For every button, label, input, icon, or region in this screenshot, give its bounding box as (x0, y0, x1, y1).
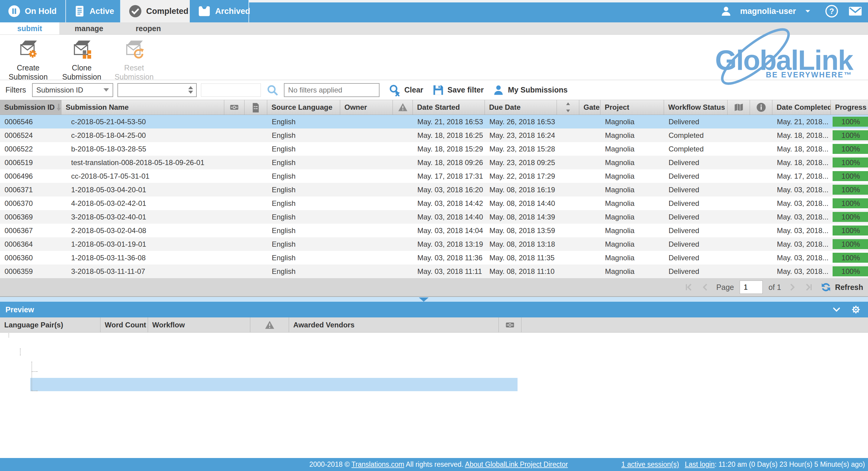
table-row[interactable]: 0006519test-translation-008-2018-05-18-0… (0, 156, 868, 169)
cell-owner (340, 142, 393, 156)
column-header-icon[interactable] (750, 100, 772, 114)
column-header-date_completed[interactable]: Date Completed (772, 100, 831, 114)
table-row[interactable]: 00063693-2018-05-03-02-40-01EnglishMay. … (0, 210, 868, 224)
about-link[interactable]: About GlobalLink Project Director (465, 461, 568, 468)
top-tab-bar: On HoldActiveCompletedArchived magnolia-… (0, 0, 868, 22)
subtab-manage[interactable]: manage (59, 22, 119, 34)
search-icon[interactable] (266, 83, 279, 97)
my-submissions-button[interactable]: My Submissions (492, 84, 567, 96)
preview-column-icon[interactable] (499, 317, 522, 332)
table-row[interactable]: 0006522b-2018-05-18-03-28-55EnglishMay. … (0, 142, 868, 156)
column-header-name[interactable]: Submission Name (61, 100, 224, 114)
applied-filters-input[interactable] (284, 83, 379, 97)
page-number-input[interactable] (740, 281, 763, 294)
column-header-date_started[interactable]: Date Started (413, 100, 485, 114)
preview-column-word-count[interactable]: Word Count (100, 317, 148, 332)
filter-field-select[interactable]: Submission ID (32, 83, 113, 97)
column-header-icon[interactable] (727, 100, 750, 114)
tab-archived[interactable]: Archived (190, 0, 249, 22)
cell-source_language: English (267, 224, 340, 237)
splitter-collapse-icon[interactable] (419, 298, 429, 302)
panel-splitter[interactable] (0, 297, 868, 302)
column-header-progress[interactable]: Progress Bar (831, 100, 868, 114)
table-row[interactable]: 00063641-2018-05-03-01-19-01EnglishMay. … (0, 237, 868, 251)
table-row[interactable]: 0006524c-2018-05-18-04-25-00EnglishMay. … (0, 129, 868, 142)
tab-completed[interactable]: Completed (121, 0, 190, 22)
last-login-link[interactable]: Last login (685, 461, 715, 468)
table-row[interactable]: 00063601-2018-05-03-11-36-08EnglishMay. … (0, 251, 868, 265)
progress-value: 100% (833, 131, 868, 140)
table-row[interactable]: 0006496cc-2018-05-17-05-31-01EnglishMay.… (0, 169, 868, 183)
cell-gate (579, 224, 600, 237)
column-header-gate[interactable]: Gate (579, 100, 600, 114)
cell-icon (557, 197, 579, 210)
cell-project: Magnolia (600, 251, 664, 265)
cell-icon (393, 237, 413, 251)
gear-icon[interactable] (851, 305, 861, 314)
create-submission-button[interactable]: CreateSubmission (5, 38, 51, 81)
preview-column-awarded-vendors[interactable]: Awarded Vendors (289, 317, 499, 332)
subtab-submit[interactable]: submit (0, 22, 59, 34)
preview-tree-row[interactable] (0, 338, 868, 351)
help-icon[interactable]: ? (825, 4, 838, 18)
cell-name: 1-2018-05-03-11-36-08 (61, 251, 224, 265)
column-header-project[interactable]: Project (600, 100, 664, 114)
tree-connector (31, 362, 32, 391)
column-header-icon[interactable] (245, 100, 267, 114)
clear-filters-button[interactable]: Clear (388, 83, 424, 97)
table-row[interactable]: 00063711-2018-05-03-04-20-01EnglishMay. … (0, 183, 868, 197)
page-next-icon[interactable] (787, 282, 798, 292)
preview-tree-row[interactable] (0, 351, 868, 365)
translations-link[interactable]: Translations.com (351, 461, 404, 468)
column-header-icon[interactable] (224, 100, 245, 114)
mail-icon[interactable] (848, 5, 863, 17)
cell-progress: 100% (831, 156, 868, 169)
tab-on-hold[interactable]: On Hold (0, 0, 66, 22)
cell-icon (557, 237, 579, 251)
table-row[interactable]: 00063593-2018-05-03-11-11-07EnglishMay. … (0, 265, 868, 278)
page-prev-icon[interactable] (700, 282, 710, 292)
cell-icon (224, 265, 245, 278)
cell-icon (557, 156, 579, 169)
preview-column-workflow[interactable]: Workflow (148, 317, 250, 332)
column-header-owner[interactable]: Owner (340, 100, 393, 114)
preview-tree-row[interactable] (0, 365, 868, 378)
progress-value: 100% (833, 227, 868, 235)
subtab-reopen[interactable]: reopen (119, 22, 178, 34)
table-row[interactable]: 0006546c-2018-05-21-04-53-50EnglishMay. … (0, 115, 868, 129)
filter-value-spinner[interactable] (117, 83, 197, 97)
cell-workflow_status: Delivered (664, 197, 727, 210)
refresh-button[interactable]: Refresh (820, 281, 863, 293)
chevron-down-icon[interactable] (804, 7, 812, 15)
column-header-source_language[interactable]: Source Language (267, 100, 340, 114)
column-header-workflow_status[interactable]: Workflow Status (664, 100, 727, 114)
active-sessions-link[interactable]: 1 active session(s) (621, 461, 679, 468)
preview-column-icon[interactable] (250, 317, 289, 332)
spinner-arrows-icon[interactable] (188, 84, 193, 96)
cell-icon (245, 129, 267, 142)
page-first-icon[interactable] (684, 282, 694, 292)
create-submission-label: Create (5, 63, 51, 72)
preview-column-language-pair-s-[interactable]: Language Pair(s) (0, 317, 100, 332)
user-menu[interactable]: magnolia-user (740, 7, 796, 16)
column-header-due_date[interactable]: Due Date (485, 100, 557, 114)
cell-icon (750, 265, 772, 278)
cell-workflow_status: Delivered (664, 210, 727, 224)
preview-tree-row[interactable] (0, 378, 868, 391)
cell-project: Magnolia (600, 210, 664, 224)
filter-value-input[interactable] (201, 83, 261, 97)
column-header-icon[interactable] (393, 100, 413, 114)
cell-icon (727, 224, 750, 237)
cell-icon (727, 237, 750, 251)
table-row[interactable]: 00063704-2018-05-03-02-42-01EnglishMay. … (0, 197, 868, 210)
column-header-icon[interactable] (557, 100, 579, 114)
column-header-id[interactable]: Submission ID (0, 100, 61, 114)
clone-submission-button[interactable]: CloneSubmission (59, 38, 104, 81)
tab-active[interactable]: Active (66, 0, 121, 22)
table-row[interactable]: 00063672-2018-05-03-02-04-08EnglishMay. … (0, 224, 868, 237)
page-last-icon[interactable] (804, 282, 814, 292)
collapse-chevron-icon[interactable] (832, 305, 841, 314)
save-filter-button[interactable]: Save filter (432, 84, 484, 96)
cell-date_started: May. 03, 2018 16:20 (413, 183, 485, 197)
cell-date_completed: May. 21, 2018... (772, 115, 831, 129)
